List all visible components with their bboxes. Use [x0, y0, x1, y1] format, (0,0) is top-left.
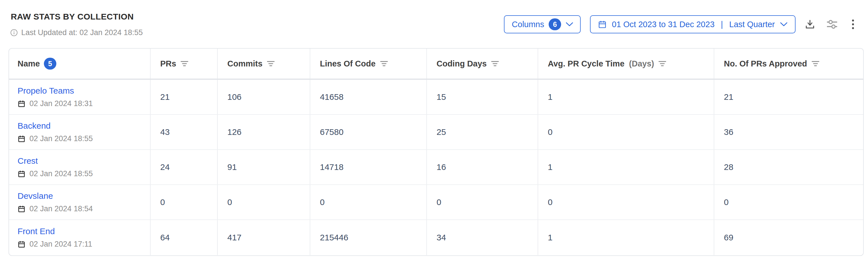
filter-icon[interactable] [380, 61, 388, 67]
commits-cell: 126 [218, 115, 310, 149]
name-cell: Crest 02 Jan 2024 18:55 [9, 150, 151, 185]
column-header-coding-days: Coding Days [427, 48, 538, 78]
row-updated-label: 02 Jan 2024 18:55 [29, 134, 93, 143]
calendar-icon [18, 205, 26, 213]
stats-table: Name 5 PRs Commits Lines Of Code Coding … [8, 48, 864, 256]
table-row: Backend 02 Jan 2024 18:55 43 126 67580 [9, 115, 863, 150]
prs-cell: 64 [151, 220, 218, 255]
column-label: Avg. PR Cycle Time [548, 59, 624, 68]
lines-of-code-cell: 41658 [310, 80, 427, 114]
columns-count-badge: 6 [549, 19, 561, 30]
lines-of-code-cell: 215446 [310, 220, 427, 255]
calendar-icon [18, 170, 26, 178]
prs-cell: 0 [151, 185, 218, 220]
date-range-label: 01 Oct 2023 to 31 Dec 2023 [612, 20, 715, 29]
toolbar: Columns 6 01 Oct 2023 to 31 Dec 2023 | L… [504, 15, 855, 33]
columns-button-label: Columns [512, 20, 544, 29]
last-updated-label: Last Updated at: 02 Jan 2024 18:55 [21, 28, 143, 37]
lines-of-code-cell: 67580 [310, 115, 427, 149]
column-header-prs-approved: No. Of PRs Approved [714, 48, 863, 78]
coding-days-cell: 25 [427, 115, 538, 149]
column-label: No. Of PRs Approved [724, 59, 807, 68]
date-range-button[interactable]: 01 Oct 2023 to 31 Dec 2023 | Last Quarte… [590, 15, 796, 33]
collection-link[interactable]: Devslane [18, 191, 53, 201]
row-updated: 02 Jan 2024 18:55 [18, 134, 93, 143]
raw-stats-page: RAW STATS BY COLLECTION Last Updated at:… [0, 0, 868, 263]
avg-pr-cycle-time-cell: 0 [538, 115, 714, 149]
row-updated: 02 Jan 2024 18:55 [18, 169, 93, 178]
collection-link[interactable]: Crest [18, 156, 38, 166]
calendar-icon [18, 100, 26, 108]
download-icon [804, 19, 816, 30]
settings-sliders-button[interactable] [826, 18, 839, 31]
name-cell: Devslane 02 Jan 2024 18:54 [9, 185, 151, 220]
prs-approved-cell: 28 [714, 150, 863, 185]
table-row: Propelo Teams 02 Jan 2024 18:31 21 106 4… [9, 80, 863, 115]
lines-of-code-cell: 0 [310, 185, 427, 220]
column-label: Commits [227, 59, 262, 68]
row-updated: 02 Jan 2024 18:31 [18, 99, 93, 108]
calendar-icon [18, 135, 26, 143]
prs-cell: 21 [151, 80, 218, 114]
column-header-avg-pr-cycle-time: Avg. PR Cycle Time (Days) [538, 48, 714, 78]
table-row: Front End 02 Jan 2024 17:11 64 417 21544… [9, 220, 863, 255]
commits-cell: 417 [218, 220, 310, 255]
date-range-separator: | [720, 20, 724, 29]
avg-pr-cycle-time-cell: 0 [538, 185, 714, 220]
coding-days-cell: 0 [427, 185, 538, 220]
filter-icon[interactable] [267, 61, 275, 67]
row-updated: 02 Jan 2024 18:54 [18, 204, 93, 213]
coding-days-cell: 34 [427, 220, 538, 255]
column-header-prs: PRs [151, 48, 218, 78]
column-label: PRs [160, 59, 176, 68]
filter-icon[interactable] [181, 61, 188, 67]
row-updated-label: 02 Jan 2024 18:55 [29, 169, 93, 178]
commits-cell: 91 [218, 150, 310, 185]
coding-days-cell: 16 [427, 150, 538, 185]
column-header-commits: Commits [218, 48, 310, 78]
page-title: RAW STATS BY COLLECTION [11, 12, 134, 22]
prs-cell: 43 [151, 115, 218, 149]
column-header-name: Name 5 [9, 48, 151, 78]
prs-approved-cell: 0 [714, 185, 863, 220]
prs-approved-cell: 21 [714, 80, 863, 114]
kebab-menu-button[interactable] [851, 19, 855, 29]
name-cell: Propelo Teams 02 Jan 2024 18:31 [9, 80, 151, 114]
filter-icon[interactable] [658, 61, 666, 67]
prs-approved-cell: 36 [714, 115, 863, 149]
last-updated-row: Last Updated at: 02 Jan 2024 18:55 [10, 28, 143, 37]
filter-icon[interactable] [491, 61, 499, 67]
sliders-icon [826, 18, 839, 31]
collection-link[interactable]: Front End [18, 227, 55, 236]
table-row: Crest 02 Jan 2024 18:55 24 91 14718 [9, 150, 863, 185]
name-count-badge: 5 [44, 58, 56, 70]
avg-pr-cycle-time-cell: 1 [538, 220, 714, 255]
calendar-icon [18, 240, 26, 248]
download-button[interactable] [804, 19, 816, 30]
info-icon [10, 29, 18, 36]
table-row: Devslane 02 Jan 2024 18:54 0 0 0 0 [9, 185, 863, 220]
name-cell: Backend 02 Jan 2024 18:55 [9, 115, 151, 149]
column-label: Lines Of Code [320, 59, 376, 68]
filter-icon[interactable] [812, 61, 819, 67]
column-label-suffix: (Days) [629, 59, 654, 68]
column-label: Coding Days [437, 59, 487, 68]
collection-link[interactable]: Backend [18, 121, 51, 131]
row-updated-label: 02 Jan 2024 18:54 [29, 204, 93, 213]
row-updated-label: 02 Jan 2024 17:11 [29, 240, 92, 249]
columns-button[interactable]: Columns 6 [504, 15, 581, 33]
prs-cell: 24 [151, 150, 218, 185]
chevron-down-icon [780, 22, 787, 27]
kebab-menu-icon [851, 19, 855, 29]
commits-cell: 0 [218, 185, 310, 220]
coding-days-cell: 15 [427, 80, 538, 114]
row-updated-label: 02 Jan 2024 18:31 [29, 99, 93, 108]
name-cell: Front End 02 Jan 2024 17:11 [9, 220, 151, 255]
column-label: Name [18, 59, 40, 68]
table-header-row: Name 5 PRs Commits Lines Of Code Coding … [9, 48, 863, 80]
date-preset-label: Last Quarter [729, 20, 775, 29]
prs-approved-cell: 69 [714, 220, 863, 255]
collection-link[interactable]: Propelo Teams [18, 86, 74, 96]
row-updated: 02 Jan 2024 17:11 [18, 240, 92, 249]
commits-cell: 106 [218, 80, 310, 114]
